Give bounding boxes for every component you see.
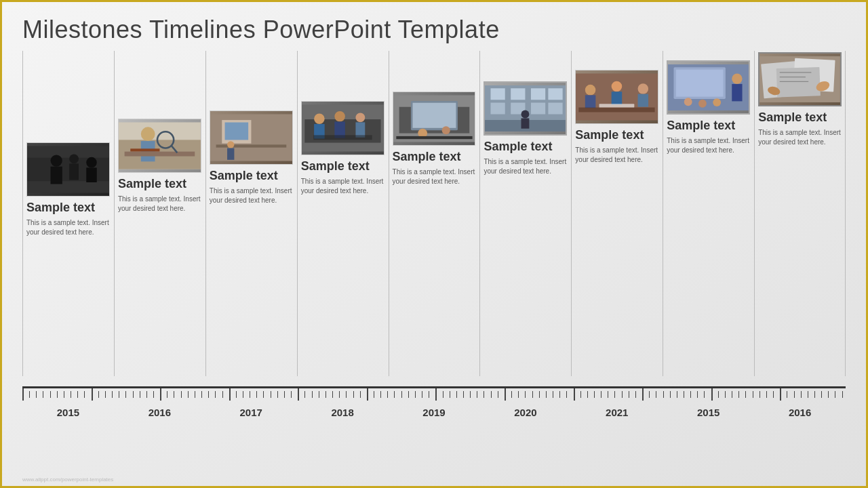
milestone-image-5 xyxy=(484,81,567,136)
svg-point-36 xyxy=(441,126,450,134)
svg-rect-71 xyxy=(776,67,821,98)
milestone-col-2: Sample text This is a sample text. Inser… xyxy=(205,51,297,376)
milestone-col-0: Sample text This is a sample text. Inser… xyxy=(22,51,114,376)
milestone-body-0: This is a sample text. Insert your desir… xyxy=(26,218,110,237)
milestone-image-6 xyxy=(575,70,658,124)
svg-rect-41 xyxy=(511,88,526,100)
milestone-image-0 xyxy=(26,142,110,197)
milestone-title-7: Sample text xyxy=(667,119,735,134)
timeline-area: Sample text This is a sample text. Inser… xyxy=(22,51,846,430)
svg-rect-18 xyxy=(224,123,248,140)
milestone-col-6: Sample text This is a sample text. Inser… xyxy=(571,51,663,376)
svg-rect-47 xyxy=(549,103,563,115)
milestone-col-7: Sample text This is a sample text. Inser… xyxy=(663,51,754,376)
milestone-col-3: Sample text This is a sample text. Inser… xyxy=(297,51,389,376)
year-label-2: 2017 xyxy=(205,407,297,418)
milestone-body-2: This is a sample text. Insert your desir… xyxy=(210,186,293,205)
svg-rect-59 xyxy=(599,104,635,107)
svg-point-20 xyxy=(227,141,234,148)
svg-point-26 xyxy=(334,111,345,122)
svg-rect-7 xyxy=(86,167,97,182)
milestone-body-6: This is a sample text. Insert your desir… xyxy=(575,146,658,165)
year-label-7: 2015 xyxy=(663,407,754,418)
milestone-body-5: This is a sample text. Insert your desir… xyxy=(484,157,567,176)
image-svg-0 xyxy=(27,143,109,196)
svg-point-54 xyxy=(612,81,623,92)
svg-point-63 xyxy=(732,74,742,84)
svg-rect-57 xyxy=(638,94,649,107)
milestone-title-8: Sample text xyxy=(758,110,827,125)
svg-rect-5 xyxy=(69,163,79,180)
milestone-title-2: Sample text xyxy=(210,169,278,184)
milestone-title-1: Sample text xyxy=(118,177,186,192)
svg-rect-43 xyxy=(549,88,563,100)
milestone-col-8: Sample text This is a sample text. Inser… xyxy=(754,51,846,376)
svg-rect-13 xyxy=(125,152,195,157)
svg-rect-42 xyxy=(531,88,545,100)
svg-rect-50 xyxy=(521,118,530,128)
svg-point-65 xyxy=(684,98,692,106)
svg-point-67 xyxy=(713,98,721,106)
image-svg-2 xyxy=(210,111,292,164)
watermark: www.allppt.com/powerpoint-templates xyxy=(22,476,113,483)
milestone-col-5: Sample text This is a sample text. Inser… xyxy=(479,51,571,376)
page-title: Milestones Timelines PowerPoint Template xyxy=(22,16,846,44)
svg-rect-55 xyxy=(612,92,623,104)
year-label-1: 2016 xyxy=(114,407,205,418)
svg-rect-58 xyxy=(579,108,655,113)
svg-rect-62 xyxy=(676,70,724,97)
milestone-body-4: This is a sample text. Insert your desir… xyxy=(393,167,476,186)
svg-rect-34 xyxy=(412,103,456,128)
milestone-col-4: Sample text This is a sample text. Inser… xyxy=(389,51,480,376)
milestone-title-5: Sample text xyxy=(484,140,552,155)
milestone-title-3: Sample text xyxy=(301,159,370,174)
svg-point-4 xyxy=(69,155,79,164)
svg-rect-30 xyxy=(313,135,372,140)
milestone-title-6: Sample text xyxy=(575,128,644,143)
tick-marks-row xyxy=(22,388,846,402)
svg-rect-37 xyxy=(396,136,472,139)
image-svg-6 xyxy=(576,70,658,123)
svg-point-28 xyxy=(355,113,365,123)
svg-rect-19 xyxy=(216,144,286,147)
svg-point-52 xyxy=(585,85,596,96)
image-svg-7 xyxy=(668,62,749,113)
milestone-title-4: Sample text xyxy=(393,150,461,165)
svg-point-49 xyxy=(521,110,530,119)
svg-rect-46 xyxy=(531,103,545,115)
svg-rect-44 xyxy=(491,103,505,115)
year-labels-row: 2015 2016 2017 2018 2019 2020 2021 2015 … xyxy=(22,407,846,418)
milestones-container: Sample text This is a sample text. Inser… xyxy=(22,51,846,376)
svg-rect-40 xyxy=(491,88,505,100)
svg-rect-3 xyxy=(51,167,62,184)
year-label-4: 2019 xyxy=(389,407,480,418)
image-svg-8 xyxy=(760,54,840,105)
milestone-body-1: This is a sample text. Insert your desir… xyxy=(118,195,201,214)
svg-point-56 xyxy=(638,83,649,94)
image-svg-4 xyxy=(393,92,475,145)
image-svg-1 xyxy=(119,119,201,172)
svg-point-10 xyxy=(141,127,155,141)
milestone-body-3: This is a sample text. Insert your desir… xyxy=(301,177,384,196)
year-label-3: 2018 xyxy=(297,407,389,418)
svg-point-2 xyxy=(51,155,62,166)
milestone-body-8: This is a sample text. Insert your desir… xyxy=(758,128,842,147)
page-container: Milestones Timelines PowerPoint Template xyxy=(2,2,866,486)
milestone-col-1: Sample text This is a sample text. Inser… xyxy=(114,51,205,376)
milestone-image-2 xyxy=(210,110,293,165)
milestone-body-7: This is a sample text. Insert your desir… xyxy=(667,136,750,155)
svg-rect-53 xyxy=(585,95,596,108)
svg-rect-21 xyxy=(227,148,234,160)
milestone-image-3 xyxy=(301,101,384,155)
year-label-6: 2021 xyxy=(571,407,663,418)
year-label-0: 2015 xyxy=(22,407,114,418)
svg-point-66 xyxy=(698,100,707,108)
image-svg-3 xyxy=(302,102,384,155)
year-label-8: 2016 xyxy=(754,407,846,418)
milestone-image-8 xyxy=(758,52,842,106)
milestone-image-1 xyxy=(118,119,201,173)
svg-rect-12 xyxy=(130,148,159,151)
milestone-image-7 xyxy=(667,60,750,115)
image-svg-5 xyxy=(485,83,566,134)
milestone-image-4 xyxy=(393,92,476,146)
